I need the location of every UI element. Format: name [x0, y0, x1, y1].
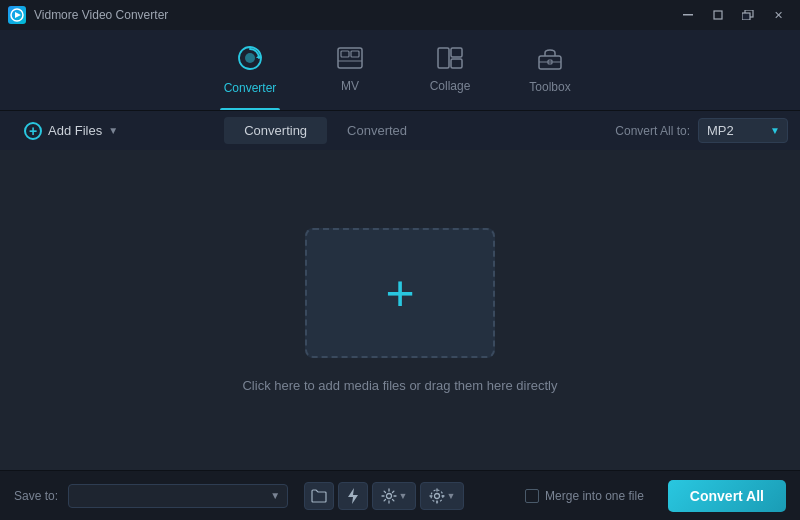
nav-bar: Converter MV Collage — [0, 30, 800, 110]
svg-rect-14 — [451, 48, 462, 57]
title-bar-left: Vidmore Video Converter — [8, 6, 168, 24]
bottom-icons: ▼ ▼ — [304, 482, 464, 510]
add-files-label: Add Files — [48, 123, 102, 138]
svg-rect-5 — [742, 13, 750, 20]
restore-button[interactable] — [734, 5, 762, 25]
mv-icon — [337, 47, 363, 73]
drop-hint: Click here to add media files or drag th… — [242, 378, 557, 393]
tab-converting[interactable]: Converting — [224, 117, 327, 144]
flash-button[interactable] — [338, 482, 368, 510]
mv-label: MV — [341, 79, 359, 93]
convert-all-section: Convert All to: MP2 MP4 AVI MOV MKV ▼ — [615, 118, 788, 143]
svg-point-7 — [245, 53, 255, 63]
extra-dropdown-arrow: ▼ — [447, 491, 456, 501]
extra-button[interactable]: ▼ — [420, 482, 464, 510]
svg-rect-3 — [714, 11, 722, 19]
svg-rect-10 — [341, 51, 349, 57]
bottom-bar: Save to: ▼ ▼ ▼ — [0, 470, 800, 520]
title-bar: Vidmore Video Converter ✕ — [0, 0, 800, 30]
toolbox-icon — [537, 46, 563, 74]
svg-point-20 — [386, 493, 391, 498]
settings-button[interactable]: ▼ — [372, 482, 416, 510]
add-files-button[interactable]: + Add Files ▼ — [12, 117, 130, 145]
settings-dropdown-arrow: ▼ — [399, 491, 408, 501]
svg-point-21 — [434, 493, 439, 498]
window-controls: ✕ — [674, 5, 792, 25]
collage-label: Collage — [430, 79, 471, 93]
add-files-icon: + — [24, 122, 42, 140]
svg-rect-11 — [351, 51, 359, 57]
svg-point-22 — [431, 490, 443, 502]
convert-all-label: Convert All to: — [615, 124, 690, 138]
save-to-label: Save to: — [14, 489, 58, 503]
main-content: + Click here to add media files or drag … — [0, 150, 800, 470]
folder-button[interactable] — [304, 482, 334, 510]
maximize-button[interactable] — [704, 5, 732, 25]
mode-tabs: Converting Converted — [224, 117, 427, 144]
converter-label: Converter — [224, 81, 277, 95]
svg-marker-19 — [348, 488, 358, 504]
converter-icon — [237, 45, 263, 75]
merge-label[interactable]: Merge into one file — [545, 489, 644, 503]
minimize-button[interactable] — [674, 5, 702, 25]
toolbox-label: Toolbox — [529, 80, 570, 94]
drop-zone[interactable]: + — [305, 228, 495, 358]
save-path-wrapper: ▼ — [68, 484, 288, 508]
plus-icon: + — [385, 268, 414, 318]
svg-marker-1 — [15, 12, 21, 18]
save-path-input[interactable] — [68, 484, 288, 508]
sub-toolbar: + Add Files ▼ Converting Converted Conve… — [0, 110, 800, 150]
app-title: Vidmore Video Converter — [34, 8, 168, 22]
convert-all-button[interactable]: Convert All — [668, 480, 786, 512]
tab-mv[interactable]: MV — [300, 30, 400, 110]
svg-rect-2 — [683, 14, 693, 16]
add-files-dropdown-arrow: ▼ — [108, 125, 118, 136]
close-button[interactable]: ✕ — [764, 5, 792, 25]
svg-rect-15 — [451, 59, 462, 68]
tab-toolbox[interactable]: Toolbox — [500, 30, 600, 110]
svg-rect-13 — [438, 48, 449, 68]
app-icon — [8, 6, 26, 24]
tab-collage[interactable]: Collage — [400, 30, 500, 110]
merge-checkbox[interactable] — [525, 489, 539, 503]
tab-converted[interactable]: Converted — [327, 117, 427, 144]
tab-converter[interactable]: Converter — [200, 30, 300, 110]
format-select[interactable]: MP2 MP4 AVI MOV MKV — [698, 118, 788, 143]
collage-icon — [437, 47, 463, 73]
merge-section: Merge into one file — [525, 489, 644, 503]
format-select-wrapper: MP2 MP4 AVI MOV MKV ▼ — [698, 118, 788, 143]
